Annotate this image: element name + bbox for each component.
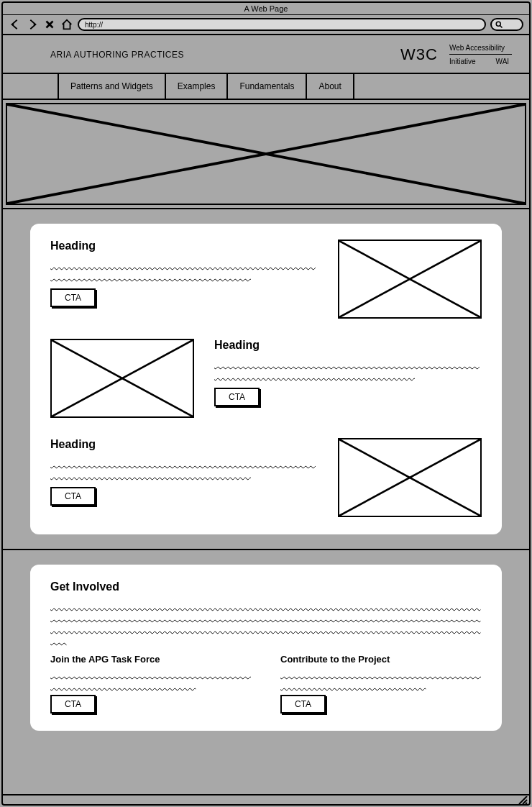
home-icon[interactable] xyxy=(60,18,73,31)
involve-col-heading: Join the APG Task Force xyxy=(50,654,252,665)
site-title: ARIA AUTHORING PRACTICES xyxy=(50,50,184,60)
get-involved-heading: Get Involved xyxy=(50,580,482,593)
feature-cta-button[interactable]: CTA xyxy=(214,388,260,406)
get-involved-body-placeholder: xxxxxxxxxxxxxxxxxxxxxxxxxxxxxxxxxxxxxxxx… xyxy=(50,599,482,645)
url-input[interactable]: http:// xyxy=(78,18,486,31)
feature-cta-button[interactable]: CTA xyxy=(50,487,96,506)
browser-toolbar: http:// xyxy=(3,15,529,35)
placeholder-box xyxy=(6,103,526,205)
browser-footer xyxy=(3,794,529,804)
section-divider xyxy=(3,549,529,550)
search-button[interactable] xyxy=(490,18,523,31)
feature-body-placeholder: xxxxxxxxxxxxxxxxxxxxxxxxxxxxxxxxxxxxxxxx… xyxy=(214,357,482,380)
get-involved-col-1: Join the APG Task Force xxxxxxxxxxxxxxxx… xyxy=(50,654,252,713)
svg-point-0 xyxy=(496,22,500,26)
main-nav: Patterns and Widgets Examples Fundamenta… xyxy=(3,74,529,100)
feature-body-placeholder: xxxxxxxxxxxxxxxxxxxxxxxxxxxxxxxxxxxxxxxx… xyxy=(50,258,318,281)
page-header: ARIA AUTHORING PRACTICES W3C Web Accessi… xyxy=(3,35,529,74)
page-content: Heading xxxxxxxxxxxxxxxxxxxxxxxxxxxxxxxx… xyxy=(3,209,529,794)
involve-col-heading: Contribute to the Project xyxy=(280,654,482,665)
w3c-meta: Web Accessibility Initiative WAI xyxy=(449,44,512,65)
w3c-block: W3C Web Accessibility Initiative WAI xyxy=(400,44,512,65)
feature-cta-button[interactable]: CTA xyxy=(50,288,96,307)
feature-image-placeholder xyxy=(338,240,482,319)
resize-grip-icon[interactable] xyxy=(518,795,528,803)
url-text: http:// xyxy=(85,21,103,29)
involve-cta-button[interactable]: CTA xyxy=(50,695,96,713)
w3c-meta-wai: WAI xyxy=(496,58,510,65)
get-involved-columns: Join the APG Task Force xxxxxxxxxxxxxxxx… xyxy=(50,654,482,713)
w3c-meta-initiative: Initiative xyxy=(449,58,476,65)
get-involved-card: Get Involved xxxxxxxxxxxxxxxxxxxxxxxxxxx… xyxy=(30,565,502,731)
nav-item-about[interactable]: About xyxy=(307,74,354,99)
features-card: Heading xxxxxxxxxxxxxxxxxxxxxxxxxxxxxxxx… xyxy=(30,224,502,534)
feature-image-placeholder xyxy=(338,438,482,517)
browser-window: A Web Page http:// ARIA AUTHORING PRACTI… xyxy=(1,1,531,806)
nav-item-examples[interactable]: Examples xyxy=(166,74,229,99)
feature-row: Heading xxxxxxxxxxxxxxxxxxxxxxxxxxxxxxxx… xyxy=(50,438,482,517)
hero-image-placeholder xyxy=(3,100,529,209)
nav-spacer xyxy=(3,74,59,99)
nav-item-patterns[interactable]: Patterns and Widgets xyxy=(59,74,166,99)
feature-image-placeholder xyxy=(50,339,194,418)
feature-row: Heading xxxxxxxxxxxxxxxxxxxxxxxxxxxxxxxx… xyxy=(50,240,482,319)
svg-line-11 xyxy=(526,803,527,804)
feature-heading: Heading xyxy=(50,438,318,451)
nav-item-fundamentals[interactable]: Fundamentals xyxy=(228,74,307,99)
involve-col-body-placeholder: xxxxxxxxxxxxxxxxxxxxxxxxxxxxxxxxxxxxxxxx… xyxy=(50,667,252,690)
get-involved-col-2: Contribute to the Project xxxxxxxxxxxxxx… xyxy=(280,654,482,713)
back-icon[interactable] xyxy=(9,18,22,31)
forward-icon[interactable] xyxy=(26,18,39,31)
close-icon[interactable] xyxy=(43,18,56,31)
w3c-meta-line1: Web Accessibility xyxy=(449,44,512,55)
browser-title: A Web Page xyxy=(3,3,529,15)
feature-heading: Heading xyxy=(214,339,482,352)
w3c-logo: W3C xyxy=(400,45,438,64)
feature-heading: Heading xyxy=(50,240,318,252)
involve-col-body-placeholder: xxxxxxxxxxxxxxxxxxxxxxxxxxxxxxxxxxxxxxxx… xyxy=(280,667,482,690)
feature-body-placeholder: xxxxxxxxxxxxxxxxxxxxxxxxxxxxxxxxxxxxxxxx… xyxy=(50,457,318,480)
involve-cta-button[interactable]: CTA xyxy=(280,695,326,713)
feature-row: Heading xxxxxxxxxxxxxxxxxxxxxxxxxxxxxxxx… xyxy=(50,339,482,418)
nav-spacer-right xyxy=(354,74,529,99)
